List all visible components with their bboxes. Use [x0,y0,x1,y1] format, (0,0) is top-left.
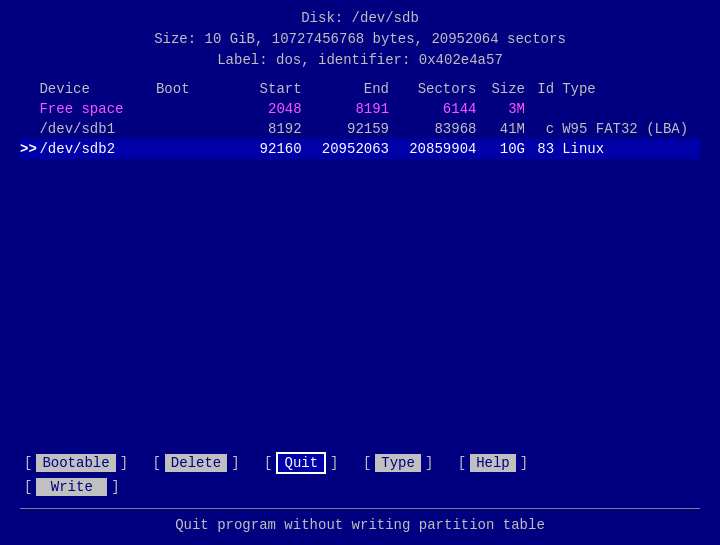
row-size: 10G [476,141,525,157]
row-device: /dev/sdb2 [39,141,156,157]
quit-bracket-close: ] [326,455,342,471]
spacer4 [437,455,453,471]
empty-space [20,159,700,452]
write-button[interactable]: Write [36,478,107,496]
col-header-end: End [302,81,389,97]
table-row[interactable]: Free space 2048 8191 6144 3M [20,99,700,119]
help-bracket-close: ] [516,455,532,471]
spacer2 [244,455,260,471]
spacer3 [343,455,359,471]
row-device: /dev/sdb1 [39,121,156,137]
row-end: 20952063 [302,141,389,157]
quit-bracket-open: [ [260,455,276,471]
col-header-boot: Boot [156,81,214,97]
col-header-device: Device [39,81,156,97]
marker-col-header [20,81,39,97]
row-type: W95 FAT32 (LBA) [554,121,700,137]
col-header-size: Size [476,81,525,97]
row-start: 2048 [214,101,301,117]
col-header-id: Id [525,81,554,97]
status-message: Quit program without writing partition t… [20,513,700,537]
disk-label-info: Label: dos, identifier: 0x402e4a57 [20,50,700,71]
delete-bracket-open: [ [148,455,164,471]
row-start: 8192 [214,121,301,137]
main-screen: Disk: /dev/sdb Size: 10 GiB, 10727456768… [0,0,720,545]
table-row[interactable]: >> /dev/sdb2 92160 20952063 20859904 10G… [20,139,700,159]
bootable-button[interactable]: Bootable [36,454,115,472]
footer-buttons-line1: [ Bootable ] [ Delete ] [ Quit ] [ Type … [20,452,700,474]
row-size: 41M [476,121,525,137]
type-button[interactable]: Type [375,454,421,472]
row-end: 8191 [302,101,389,117]
row-sectors: 20859904 [389,141,476,157]
type-bracket-close: ] [421,455,437,471]
col-header-start: Start [214,81,301,97]
help-button[interactable]: Help [470,454,516,472]
delete-button[interactable]: Delete [165,454,227,472]
row-size: 3M [476,101,525,117]
write-bracket-open: [ [20,479,36,495]
footer-buttons-line2: [ Write ] [20,478,700,496]
write-bracket-close: ] [107,479,123,495]
divider [20,508,700,509]
header: Disk: /dev/sdb Size: 10 GiB, 10727456768… [20,8,700,71]
bootable-bracket-close: ] [116,455,132,471]
col-header-type: Type [554,81,700,97]
disk-title: Disk: /dev/sdb [20,8,700,29]
row-id: 83 [525,141,554,157]
col-header-sectors: Sectors [389,81,476,97]
row-start: 92160 [214,141,301,157]
row-id: c [525,121,554,137]
table-row[interactable]: /dev/sdb1 8192 92159 83968 41M c W95 FAT… [20,119,700,139]
row-device: Free space [39,101,156,117]
row-sectors: 6144 [389,101,476,117]
bootable-bracket-open: [ [20,455,36,471]
row-end: 92159 [302,121,389,137]
table-header: Device Boot Start End Sectors Size Id Ty… [20,79,700,99]
row-type: Linux [554,141,700,157]
row-sectors: 83968 [389,121,476,137]
disk-size-info: Size: 10 GiB, 10727456768 bytes, 2095206… [20,29,700,50]
quit-button[interactable]: Quit [276,452,326,474]
row-marker: >> [20,141,39,157]
delete-bracket-close: ] [227,455,243,471]
spacer1 [132,455,148,471]
type-bracket-open: [ [359,455,375,471]
help-bracket-open: [ [454,455,470,471]
